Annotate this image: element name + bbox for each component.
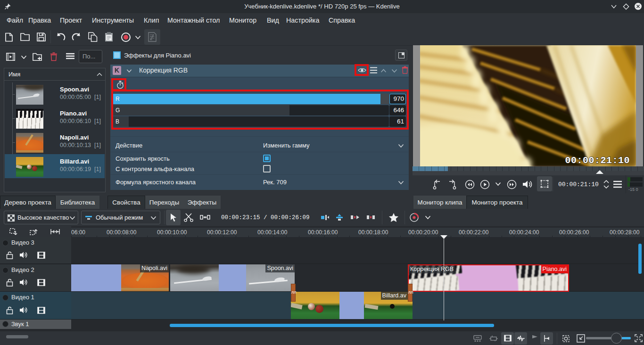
svg-text:00:00:21:10: 00:00:21:10 (565, 155, 630, 166)
